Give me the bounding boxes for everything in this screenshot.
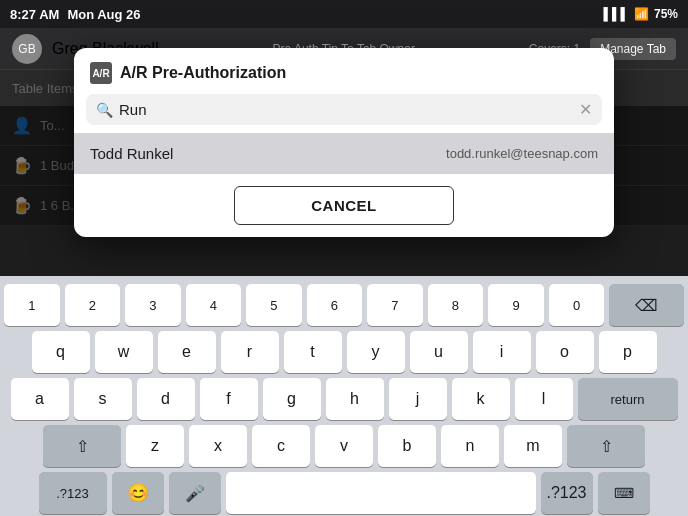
key-0[interactable]: 0	[549, 284, 605, 326]
key-q[interactable]: q	[32, 331, 90, 373]
key-l[interactable]: l	[515, 378, 573, 420]
ar-icon: A/R	[90, 62, 112, 84]
status-bar-left: 8:27 AM Mon Aug 26	[10, 7, 141, 22]
key-9[interactable]: 9	[488, 284, 544, 326]
cancel-button[interactable]: CANCEL	[234, 186, 454, 225]
keyboard-row-3: a s d f g h j k l return	[4, 378, 684, 420]
ar-preauth-modal: A/R A/R Pre-Authorization 🔍 Run ✕ Todd R…	[74, 48, 614, 237]
key-a[interactable]: a	[11, 378, 69, 420]
search-input[interactable]: Run	[119, 101, 573, 118]
period-key[interactable]: .?123	[541, 472, 593, 514]
key-s[interactable]: s	[74, 378, 132, 420]
key-j[interactable]: j	[389, 378, 447, 420]
key-o[interactable]: o	[536, 331, 594, 373]
shift-key[interactable]: ⇧	[43, 425, 121, 467]
key-v[interactable]: v	[315, 425, 373, 467]
space-key[interactable]	[226, 472, 536, 514]
key-i[interactable]: i	[473, 331, 531, 373]
key-m[interactable]: m	[504, 425, 562, 467]
keyboard-row-2: q w e r t y u i o p	[4, 331, 684, 373]
key-z[interactable]: z	[126, 425, 184, 467]
status-bar-right: ▌▌▌ 📶 75%	[603, 7, 678, 21]
wifi-icon: 📶	[634, 7, 649, 21]
date-display: Mon Aug 26	[67, 7, 140, 22]
emoji-key[interactable]: 😊	[112, 472, 164, 514]
key-1[interactable]: 1	[4, 284, 60, 326]
key-g[interactable]: g	[263, 378, 321, 420]
modal-footer: CANCEL	[74, 174, 614, 237]
clear-search-button[interactable]: ✕	[579, 100, 592, 119]
key-x[interactable]: x	[189, 425, 247, 467]
key-6[interactable]: 6	[307, 284, 363, 326]
keyboard-bottom-row: .?123 😊 🎤 .?123 ⌨	[4, 472, 684, 514]
modal-title: A/R Pre-Authorization	[120, 64, 286, 82]
time-display: 8:27 AM	[10, 7, 59, 22]
delete-key[interactable]: ⌫	[609, 284, 684, 326]
key-c[interactable]: c	[252, 425, 310, 467]
modal-header: A/R A/R Pre-Authorization	[74, 48, 614, 94]
search-icon: 🔍	[96, 102, 113, 118]
key-h[interactable]: h	[326, 378, 384, 420]
key-8[interactable]: 8	[428, 284, 484, 326]
key-n[interactable]: n	[441, 425, 499, 467]
key-3[interactable]: 3	[125, 284, 181, 326]
search-result-item[interactable]: Todd Runkel todd.runkel@teesnap.com	[74, 133, 614, 174]
key-k[interactable]: k	[452, 378, 510, 420]
key-w[interactable]: w	[95, 331, 153, 373]
signal-icon: ▌▌▌	[603, 7, 629, 21]
result-name: Todd Runkel	[90, 145, 173, 162]
key-t[interactable]: t	[284, 331, 342, 373]
shift-right-key[interactable]: ⇧	[567, 425, 645, 467]
mic-key[interactable]: 🎤	[169, 472, 221, 514]
key-4[interactable]: 4	[186, 284, 242, 326]
keyboard-number-row: 1 2 3 4 5 6 7 8 9 0 ⌫	[4, 284, 684, 326]
battery-display: 75%	[654, 7, 678, 21]
key-2[interactable]: 2	[65, 284, 121, 326]
key-u[interactable]: u	[410, 331, 468, 373]
keyboard-row-4: ⇧ z x c v b n m ⇧	[4, 425, 684, 467]
result-email: todd.runkel@teesnap.com	[446, 146, 598, 161]
keyboard: 1 2 3 4 5 6 7 8 9 0 ⌫ q w e r t y u i o …	[0, 276, 688, 516]
key-b[interactable]: b	[378, 425, 436, 467]
return-key[interactable]: return	[578, 378, 678, 420]
key-r[interactable]: r	[221, 331, 279, 373]
key-y[interactable]: y	[347, 331, 405, 373]
keyboard-hide-key[interactable]: ⌨	[598, 472, 650, 514]
search-bar[interactable]: 🔍 Run ✕	[86, 94, 602, 125]
key-p[interactable]: p	[599, 331, 657, 373]
key-e[interactable]: e	[158, 331, 216, 373]
key-7[interactable]: 7	[367, 284, 423, 326]
key-5[interactable]: 5	[246, 284, 302, 326]
key-d[interactable]: d	[137, 378, 195, 420]
key-f[interactable]: f	[200, 378, 258, 420]
status-bar: 8:27 AM Mon Aug 26 ▌▌▌ 📶 75%	[0, 0, 688, 28]
numbers-key[interactable]: .?123	[39, 472, 107, 514]
